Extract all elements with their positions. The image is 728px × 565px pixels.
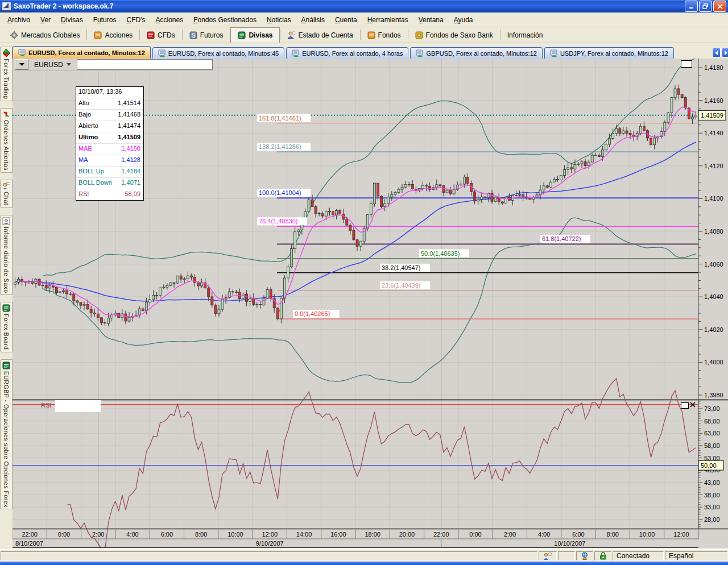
toolbar-item-label: Fondos <box>378 31 401 39</box>
taskbar-edge <box>0 562 728 565</box>
svg-text:100.0(1,41004): 100.0(1,41004) <box>259 189 301 196</box>
info-row-rsi: RSI58,09 <box>76 189 143 200</box>
menu-item-herramientas[interactable]: Herramientas <box>362 14 413 26</box>
svg-text:1,4080: 1,4080 <box>704 228 723 235</box>
toolbar-item-mercados-globales[interactable]: Mercados Globales <box>3 27 86 43</box>
menu-item-cfd-s[interactable]: CFD's <box>121 14 150 26</box>
minimize-button[interactable] <box>685 1 698 12</box>
info-row-boll-up: BOLL Up1,4184 <box>76 167 143 178</box>
chart-tab-eurusd-forex-al-contado-minutos-12[interactable]: EURUSD, Forex al contado, Minutos:12 <box>13 46 151 59</box>
info-value: 1,4150 <box>121 145 140 153</box>
svg-text:22:00: 22:00 <box>22 531 38 538</box>
info-value: 1,41468 <box>118 111 140 119</box>
svg-text:50.0(1,40635): 50.0(1,40635) <box>421 250 460 257</box>
menu-item-ayuda[interactable]: Ayuda <box>449 14 478 26</box>
tab-scroll-right-button[interactable] <box>722 48 728 57</box>
close-button[interactable] <box>713 1 726 12</box>
toolbar-item-estado-de-cuenta[interactable]: Estado de Cuenta <box>280 27 359 43</box>
toolbar-item-fondos-de-saxo-bank[interactable]: Fondos de Saxo Bank <box>408 27 500 43</box>
svg-text:1,4100: 1,4100 <box>704 195 723 202</box>
toolbar-item-cfds[interactable]: CFDs <box>140 27 182 43</box>
menu-item-noticias[interactable]: Noticias <box>262 14 296 26</box>
toolbar-item-fondos[interactable]: Fondos <box>361 27 408 43</box>
menu-item-fondos-gestionados[interactable]: Fondos Gestionados <box>188 14 262 26</box>
chart-restore-icon[interactable] <box>681 60 692 68</box>
board-icon <box>2 304 10 312</box>
restore-button[interactable] <box>699 1 712 12</box>
sidebar-item-informe-diario-de-saxo[interactable]: Informe diario de Saxo <box>0 215 13 296</box>
svg-text:2:00: 2:00 <box>92 531 104 538</box>
toolbar-item-informaci-n[interactable]: Información <box>500 27 550 43</box>
chart-tab-label: EURUSD, Forex al contado, Minutos:45 <box>168 50 279 57</box>
svg-text:9/10/2007: 9/10/2007 <box>256 540 284 547</box>
rsi-close-icon[interactable] <box>689 401 696 408</box>
info-row-bajo: Bajo1,41468 <box>76 110 143 121</box>
info-label: MAE <box>78 145 92 153</box>
sidebar-item-label: Forex Board <box>3 314 10 350</box>
symbol-toolbar: EURUSD <box>13 59 213 71</box>
info-row-ultimo: Ultimo1,41509 <box>76 132 143 144</box>
svg-text:1,4040: 1,4040 <box>704 293 723 300</box>
svg-text:8:00: 8:00 <box>195 531 207 538</box>
futures-icon: S <box>189 31 197 39</box>
chart-icon <box>158 49 166 57</box>
chart-tab-gbpusd-forex-al-contado-minutos-12[interactable]: GBPUSD, Forex al contado, Minutos:12 <box>410 47 542 59</box>
tab-scroll-buttons <box>712 48 728 57</box>
info-label: RSI <box>78 190 89 199</box>
tab-scroll-left-button[interactable] <box>712 48 721 57</box>
toolbar-item-futuros[interactable]: SFuturos <box>183 27 230 43</box>
svg-text:18:00: 18:00 <box>365 531 380 538</box>
rsi-restore-icon[interactable] <box>681 402 689 409</box>
svg-text:0.0(1,40265): 0.0(1,40265) <box>295 310 330 317</box>
sidebar-item-eurgbp-operaciones-sobre-opciones-forex[interactable]: EURGBP - Operaciones sobre Opciones Fore… <box>0 359 13 510</box>
status-network-cell[interactable] <box>576 551 593 560</box>
svg-text:10:00: 10:00 <box>228 531 243 538</box>
svg-text:33,00: 33,00 <box>704 504 720 510</box>
toolbar: Mercados GlobalesAccionesCFDsSFuturosDiv… <box>0 27 728 43</box>
svg-text:1,4180: 1,4180 <box>704 64 723 71</box>
sidebar-item-label: Ordenes Abiertas <box>3 120 10 171</box>
chart-tab-eurusd-forex-al-contado-minutos-45[interactable]: EURUSD, Forex al contado, Minutos:45 <box>152 47 284 59</box>
sidebar-item-forex-board[interactable]: Forex Board <box>0 302 13 352</box>
chart-tab-eurusd-forex-al-contado-4-horas[interactable]: EURUSD, Forex al contado, 4 horas <box>286 47 408 59</box>
menu-item-an-lisis[interactable]: Análisis <box>296 14 330 26</box>
svg-text:58,00: 58,00 <box>704 442 720 449</box>
info-value: 1,4184 <box>121 168 140 176</box>
menu-item-futuros[interactable]: Futuros <box>88 14 122 26</box>
svg-text:68,00: 68,00 <box>704 418 720 425</box>
sidebar-item-forex-trading[interactable]: Forex Trading <box>0 47 13 101</box>
status-empty-cell <box>1 551 537 560</box>
svg-text:38.2(1,40547): 38.2(1,40547) <box>382 264 421 271</box>
menu-item-cuenta[interactable]: Cuenta <box>330 14 362 26</box>
toolbar-item-label: Futuros <box>200 31 224 39</box>
forex-icon <box>238 31 246 39</box>
svg-text:22:00: 22:00 <box>433 531 449 538</box>
sidebar: Forex TradingOrdenes AbiertasChatInforme… <box>0 43 13 549</box>
symbol-combo[interactable]: EURUSD <box>32 60 73 69</box>
instrument-dropdown-button[interactable] <box>15 59 28 70</box>
menu-item-divisas[interactable]: Divisas <box>56 14 88 26</box>
toolbar-item-label: Fondos de Saxo Bank <box>426 31 493 39</box>
toolbar-item-divisas[interactable]: Divisas <box>230 27 280 43</box>
svg-text:1,3980: 1,3980 <box>704 392 723 398</box>
symbol-search-input[interactable] <box>77 59 213 70</box>
sidebar-item-ordenes-abiertas[interactable]: Ordenes Abiertas <box>0 108 13 173</box>
status-user-cell[interactable] <box>539 551 557 560</box>
report-icon <box>2 217 10 225</box>
toolbar-item-label: Mercados Globales <box>21 31 80 39</box>
info-label: BOLL Down <box>78 179 112 188</box>
language-indicator[interactable]: Español <box>665 551 727 560</box>
svg-text:4:00: 4:00 <box>538 531 550 538</box>
menu-item-ver[interactable]: Ver <box>35 14 56 26</box>
status-lock-cell[interactable] <box>594 551 611 560</box>
chart-tab-usdjpy-forex-al-contado-minutos-12[interactable]: USDJPY, Forex al contado, Minutos:12 <box>544 47 674 59</box>
svg-text:16:00: 16:00 <box>330 531 346 538</box>
menu-item-acciones[interactable]: Acciones <box>150 14 188 26</box>
sidebar-item-chat[interactable]: Chat <box>0 180 13 207</box>
menu-item-archivo[interactable]: Archivo <box>2 14 35 26</box>
info-label: MA <box>78 156 88 165</box>
info-label: BOLL Up <box>78 168 104 176</box>
toolbar-item-acciones[interactable]: Acciones <box>87 27 139 43</box>
menu-item-ventana[interactable]: Ventana <box>413 14 449 26</box>
chart-icon <box>550 49 558 57</box>
